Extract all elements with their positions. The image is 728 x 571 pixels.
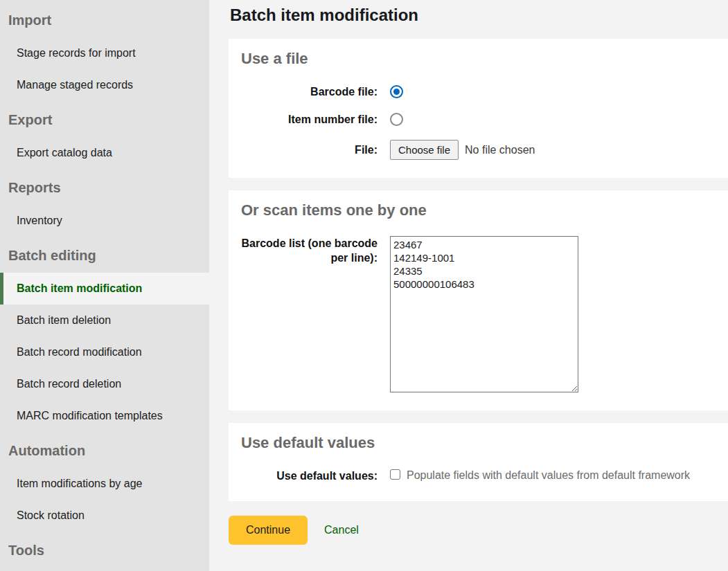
sidebar-item-batch-item-deletion[interactable]: Batch item deletion	[0, 305, 209, 336]
sidebar-item-item-modifications-by-age[interactable]: Item modifications by age	[0, 468, 209, 500]
default-values-checkbox[interactable]	[390, 469, 400, 480]
sidebar-item-export-catalog-data[interactable]: Export catalog data	[0, 137, 209, 169]
file-label: File:	[241, 143, 378, 157]
sidebar-item-manage-staged-records[interactable]: Manage staged records	[0, 69, 209, 101]
sidebar-header-reports: Reports	[0, 169, 209, 205]
sidebar-header-import: Import	[0, 1, 209, 37]
scan-items-heading: Or scan items one by one	[241, 200, 716, 221]
sidebar-header-automation: Automation	[0, 432, 209, 468]
sidebar-item-batch-record-deletion[interactable]: Batch record deletion	[0, 368, 209, 400]
cancel-link[interactable]: Cancel	[324, 524, 359, 536]
sidebar-item-batch-record-modification[interactable]: Batch record modification	[0, 336, 209, 368]
choose-file-button[interactable]: Choose file	[390, 140, 459, 160]
barcode-file-radio[interactable]	[390, 85, 403, 98]
file-row: File: Choose file No file chosen	[241, 140, 716, 160]
sidebar-item-marc-modification-templates[interactable]: MARC modification templates	[0, 400, 209, 432]
barcode-file-row: Barcode file:	[241, 84, 716, 99]
default-values-checkbox-text: Populate fields with default values from…	[407, 469, 690, 482]
sidebar-item-batch-item-modification[interactable]: Batch item modification	[0, 273, 209, 305]
sidebar-header-tools: Tools	[0, 532, 209, 568]
sidebar-item-inventory[interactable]: Inventory	[0, 205, 209, 237]
barcode-list-row: Barcode list (one barcode per line): 234…	[241, 236, 716, 392]
use-a-file-section: Use a file Barcode file: Item number fil…	[229, 39, 728, 178]
sidebar-header-export: Export	[0, 101, 209, 137]
default-values-section: Use default values Use default values: P…	[229, 423, 728, 501]
sidebar-item-stage-records-for-import[interactable]: Stage records for import	[0, 37, 209, 69]
sidebar-header-batch-editing: Batch editing	[0, 237, 209, 273]
page-title: Batch item modification	[230, 4, 728, 26]
continue-button[interactable]: Continue	[229, 516, 308, 545]
form-actions: Continue Cancel	[229, 516, 728, 545]
barcode-list-textarea[interactable]: 23467 142149-1001 24335 50000000106483	[390, 236, 578, 392]
sidebar: Import Stage records for import Manage s…	[0, 0, 209, 571]
item-number-file-radio[interactable]	[390, 113, 403, 126]
barcode-list-label: Barcode list (one barcode per line):	[241, 236, 378, 265]
scan-items-section: Or scan items one by one Barcode list (o…	[229, 190, 728, 410]
sidebar-item-stock-rotation[interactable]: Stock rotation	[0, 500, 209, 532]
use-a-file-heading: Use a file	[241, 48, 716, 69]
barcode-file-label: Barcode file:	[241, 84, 378, 99]
file-status-text: No file chosen	[465, 144, 535, 156]
default-values-row: Use default values: Populate fields with…	[241, 469, 716, 483]
item-number-file-row: Item number file:	[241, 112, 716, 127]
item-number-file-label: Item number file:	[241, 112, 378, 127]
app-window: Import Stage records for import Manage s…	[0, 0, 728, 571]
default-values-heading: Use default values	[241, 433, 716, 453]
default-values-label: Use default values:	[241, 469, 378, 483]
main-content: Batch item modification Use a file Barco…	[209, 0, 728, 571]
